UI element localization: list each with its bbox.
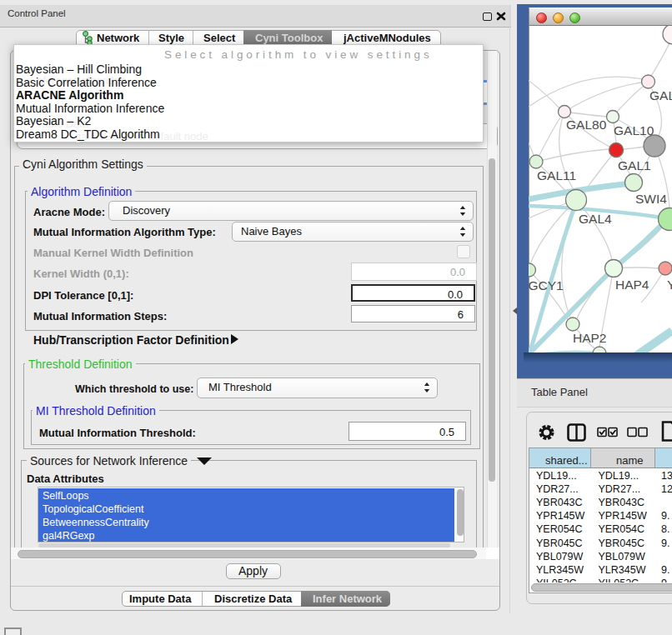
- svg-text:GAL10: GAL10: [614, 123, 654, 138]
- svg-text:GAL4: GAL4: [579, 212, 612, 226]
- svg-text:HAP4: HAP4: [615, 278, 649, 292]
- svg-text:YD: YD: [667, 278, 672, 292]
- svg-text:SWI4: SWI4: [635, 192, 667, 206]
- svg-text:GAL2: GAL2: [649, 88, 672, 102]
- svg-text:GAL11: GAL11: [537, 168, 576, 182]
- svg-text:GCY1: GCY1: [529, 278, 564, 292]
- svg-text:GAL1: GAL1: [618, 158, 651, 172]
- svg-text:GAL80: GAL80: [566, 118, 607, 132]
- svg-text:HAP2: HAP2: [573, 331, 607, 345]
